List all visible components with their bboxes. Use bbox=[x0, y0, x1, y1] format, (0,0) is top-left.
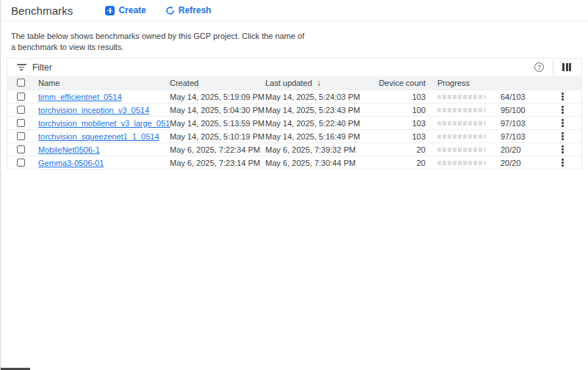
benchmark-name-link[interactable]: torchvision_mobilenet_v3_large_0514 bbox=[38, 119, 170, 128]
sort-descending-icon: ↓ bbox=[317, 78, 321, 88]
toolbar-actions: ? bbox=[534, 62, 574, 73]
row-checkbox[interactable] bbox=[17, 119, 25, 127]
table-header-row: Name Created Last updated ↓ Device count… bbox=[7, 76, 581, 90]
table-row: timm_efficientnet_0514 May 14, 2025, 5:1… bbox=[7, 90, 581, 103]
device-count-cell: 100 bbox=[361, 106, 426, 115]
row-checkbox[interactable] bbox=[17, 145, 25, 153]
filter-label: Filter bbox=[32, 62, 52, 73]
progress-bar bbox=[437, 134, 486, 139]
toolbar-divider bbox=[553, 62, 553, 73]
progress-cell: 64/103 bbox=[437, 92, 533, 101]
column-header-last-updated[interactable]: Last updated ↓ bbox=[265, 78, 361, 88]
created-cell: May 6, 2025, 7:23:14 PM bbox=[170, 159, 265, 167]
row-overflow-menu-icon[interactable] bbox=[560, 91, 565, 102]
table-toolbar: Filter ? bbox=[7, 59, 581, 76]
last-updated-cell: May 14, 2025, 5:16:49 PM bbox=[265, 132, 361, 141]
row-checkbox-cell bbox=[7, 92, 38, 101]
progress-cell: 20/20 bbox=[437, 145, 533, 154]
progress-bar bbox=[437, 148, 486, 152]
column-header-created[interactable]: Created bbox=[170, 79, 265, 87]
benchmark-name-cell: torchvision_mobilenet_v3_large_0514 bbox=[38, 119, 170, 128]
progress-fraction: 97/103 bbox=[501, 119, 533, 128]
benchmark-name-link[interactable]: MobileNet0506-1 bbox=[38, 145, 100, 154]
benchmark-name-link[interactable]: timm_efficientnet_0514 bbox=[38, 92, 122, 101]
progress-fraction: 97/103 bbox=[501, 132, 533, 141]
column-settings-icon[interactable] bbox=[562, 63, 574, 71]
benchmark-name-cell: Gemma3-0506-01 bbox=[38, 159, 170, 167]
row-overflow-menu-icon[interactable] bbox=[560, 117, 565, 128]
benchmark-name-link[interactable]: torchvision_squeezenet1_1_0514 bbox=[38, 132, 159, 141]
help-icon[interactable]: ? bbox=[534, 62, 544, 72]
description-line-1: The table below shows benchmarks owned b… bbox=[11, 31, 588, 42]
benchmark-name-link[interactable]: torchvision_inception_v3_0514 bbox=[38, 106, 149, 115]
created-cell: May 14, 2025, 5:10:19 PM bbox=[170, 132, 265, 141]
last-updated-cell: May 6, 2025, 7:39:32 PM bbox=[265, 145, 361, 154]
table-row: torchvision_inception_v3_0514 May 14, 20… bbox=[7, 103, 581, 116]
row-overflow-menu-icon[interactable] bbox=[560, 157, 565, 168]
benchmark-name-cell: timm_efficientnet_0514 bbox=[38, 92, 170, 101]
add-box-icon bbox=[105, 6, 115, 15]
row-checkbox[interactable] bbox=[17, 132, 25, 140]
device-count-cell: 103 bbox=[361, 92, 426, 101]
progress-cell: 20/20 bbox=[437, 159, 533, 167]
last-updated-cell: May 14, 2025, 5:22:40 PM bbox=[265, 119, 361, 128]
column-header-device-count[interactable]: Device count bbox=[361, 79, 426, 87]
table-row: Gemma3-0506-01 May 6, 2025, 7:23:14 PM M… bbox=[7, 156, 581, 169]
row-checkbox-cell bbox=[7, 145, 38, 153]
row-menu-cell bbox=[533, 104, 581, 115]
filter-button[interactable]: Filter bbox=[16, 62, 52, 73]
row-menu-cell bbox=[533, 144, 581, 155]
last-updated-cell: May 6, 2025, 7:30:44 PM bbox=[265, 159, 361, 167]
row-menu-cell bbox=[533, 117, 581, 128]
progress-bar bbox=[437, 108, 486, 112]
progress-fraction: 20/20 bbox=[501, 145, 533, 154]
row-checkbox[interactable] bbox=[17, 159, 25, 167]
description-line-2: a benchmark to view its results. bbox=[11, 42, 588, 53]
refresh-button-label: Refresh bbox=[179, 5, 212, 15]
row-checkbox-cell bbox=[7, 106, 38, 114]
row-checkbox[interactable] bbox=[17, 92, 25, 101]
device-count-cell: 20 bbox=[361, 159, 426, 167]
progress-cell: 97/103 bbox=[437, 132, 533, 141]
progress-bar bbox=[437, 121, 486, 126]
last-updated-cell: May 14, 2025, 5:24:03 PM bbox=[265, 92, 361, 101]
table-row: MobileNet0506-1 May 6, 2025, 7:22:34 PM … bbox=[7, 142, 581, 156]
row-checkbox-cell bbox=[7, 159, 38, 167]
create-button[interactable]: Create bbox=[105, 5, 146, 15]
row-menu-cell bbox=[533, 131, 581, 142]
header-checkbox-cell bbox=[7, 79, 38, 87]
progress-cell: 97/103 bbox=[437, 119, 533, 128]
row-checkbox-cell bbox=[7, 132, 38, 140]
refresh-icon bbox=[165, 6, 175, 15]
device-count-cell: 103 bbox=[361, 132, 426, 141]
row-overflow-menu-icon[interactable] bbox=[560, 104, 565, 115]
benchmark-name-cell: torchvision_squeezenet1_1_0514 bbox=[38, 132, 170, 141]
benchmark-name-cell: torchvision_inception_v3_0514 bbox=[38, 106, 170, 115]
progress-bar bbox=[437, 95, 486, 99]
select-all-checkbox[interactable] bbox=[17, 79, 25, 87]
row-checkbox[interactable] bbox=[17, 106, 25, 114]
column-header-progress[interactable]: Progress bbox=[437, 79, 470, 87]
progress-cell: 95/100 bbox=[437, 106, 533, 115]
created-cell: May 6, 2025, 7:22:34 PM bbox=[170, 145, 265, 154]
row-checkbox-cell bbox=[7, 119, 38, 127]
row-overflow-menu-icon[interactable] bbox=[560, 131, 565, 142]
table-body: timm_efficientnet_0514 May 14, 2025, 5:1… bbox=[7, 90, 581, 169]
benchmarks-table-card: Filter ? Name Created Last updated ↓ Dev… bbox=[7, 58, 582, 170]
description-text: The table below shows benchmarks owned b… bbox=[11, 31, 588, 53]
last-updated-cell: May 14, 2025, 5:23:43 PM bbox=[265, 106, 361, 115]
page-header: Benchmarks Create Refresh bbox=[1, 0, 588, 21]
progress-fraction: 95/100 bbox=[501, 106, 533, 115]
table-row: torchvision_squeezenet1_1_0514 May 14, 2… bbox=[7, 129, 581, 142]
benchmark-name-link[interactable]: Gemma3-0506-01 bbox=[38, 159, 104, 167]
refresh-button[interactable]: Refresh bbox=[165, 5, 212, 15]
row-menu-cell bbox=[533, 91, 581, 102]
progress-fraction: 20/20 bbox=[501, 159, 533, 167]
row-overflow-menu-icon[interactable] bbox=[560, 144, 565, 155]
progress-bar bbox=[437, 161, 486, 165]
column-header-last-updated-label: Last updated bbox=[265, 79, 312, 87]
column-header-name[interactable]: Name bbox=[38, 79, 170, 87]
created-cell: May 14, 2025, 5:19:09 PM bbox=[170, 92, 265, 101]
benchmarks-page: { "header": { "title": "Benchmarks", "cr… bbox=[0, 0, 588, 370]
created-cell: May 14, 2025, 5:04:30 PM bbox=[170, 106, 265, 115]
